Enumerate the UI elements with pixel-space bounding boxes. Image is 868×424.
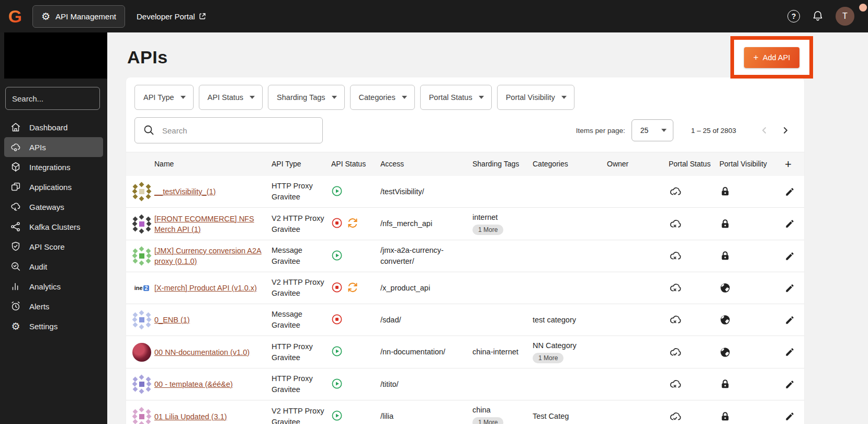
portal-visibility-cell [719, 186, 785, 197]
sidebar-item-label: Audit [29, 262, 47, 271]
edit-api-button[interactable] [785, 411, 798, 421]
user-avatar[interactable]: T [836, 7, 854, 26]
started-status-icon [331, 378, 343, 391]
sidebar-item-apis[interactable]: APIs [4, 137, 103, 157]
add-api-button[interactable]: + Add API [744, 47, 799, 68]
pencil-icon [785, 219, 795, 229]
categories-cell: Test Categ [533, 411, 607, 421]
api-name-link[interactable]: 00 - templatea (&éé&e) [154, 380, 238, 388]
sidebar-item-analytics[interactable]: Analytics [4, 276, 103, 296]
filter-api-status[interactable]: API Status [199, 85, 263, 110]
edit-api-button[interactable] [785, 219, 798, 229]
app-switcher-button[interactable]: ⚙ API Management [32, 5, 125, 28]
api-status-cell [331, 314, 380, 327]
developer-portal-link[interactable]: Developer Portal [137, 12, 206, 21]
api-name-link[interactable]: 00 NN-documentation (v1.0) [154, 348, 255, 356]
alarm-clock-icon [10, 300, 21, 312]
chevron-down-icon [661, 129, 667, 132]
edit-api-button[interactable] [785, 251, 798, 261]
api-avatar [132, 247, 151, 265]
table-row: ine2 [X-merch] Product API (v1.0.x) V2 H… [126, 272, 804, 304]
started-status-icon [331, 185, 343, 198]
api-name-link[interactable]: [FRONT ECOMMERCE] NFS Merch API (1) [154, 215, 254, 233]
edit-api-button[interactable] [785, 283, 798, 293]
access-path: /testVisibility/ [380, 186, 472, 197]
globe-icon [719, 282, 785, 294]
shield-check-icon [10, 241, 21, 252]
filter-sharding-tags[interactable]: Sharding Tags [268, 85, 344, 110]
help-button[interactable]: ? [787, 10, 800, 23]
sidebar-item-settings[interactable]: ⚙ Settings [4, 316, 103, 336]
edit-api-button[interactable] [785, 347, 798, 357]
table-row: [FRONT ECOMMERCE] NFS Merch API (1) V2 H… [126, 207, 804, 240]
access-path: /nn-documentation/ [380, 347, 472, 358]
sidebar-item-dashboard[interactable]: Dashboard [4, 117, 103, 137]
api-avatar [132, 215, 151, 233]
cloud-check-icon [669, 185, 719, 198]
sidebar-item-api-score[interactable]: API Score [4, 237, 103, 256]
lock-icon [719, 250, 785, 262]
filter-api-type[interactable]: API Type [134, 85, 194, 110]
edit-api-button[interactable] [785, 380, 798, 389]
lock-icon [719, 411, 785, 422]
applications-icon [10, 181, 21, 193]
api-type-cell: V2 HTTP ProxyGravitee [272, 277, 331, 299]
access-path: /x_product_api [380, 283, 472, 294]
portal-visibility-cell [719, 218, 785, 230]
pencil-icon [785, 411, 795, 421]
add-api-label: Add API [763, 53, 790, 62]
table-row: 0_ENB (1) MessageGravitee /sdad/ test ca… [126, 304, 804, 336]
next-page-button[interactable] [775, 120, 796, 141]
api-name-link[interactable]: [JMX] Currency conversion A2A proxy (0.1… [154, 247, 262, 265]
api-status-cell [331, 217, 380, 231]
items-per-page-value: 25 [640, 126, 649, 135]
cloud-x-icon [669, 281, 719, 295]
items-per-page-select[interactable]: 25 [632, 119, 673, 141]
edit-api-button[interactable] [785, 187, 798, 197]
sidebar-search-input[interactable] [12, 94, 116, 103]
sidebar-item-gateways[interactable]: Gateways [4, 197, 103, 217]
sidebar-item-applications[interactable]: Applications [4, 177, 103, 197]
sidebar-item-label: Alerts [29, 302, 49, 311]
api-name-link[interactable]: 0_ENB (1) [154, 316, 195, 324]
sidebar-item-kafka-clusters[interactable]: Kafka Clusters [4, 217, 103, 237]
table-search[interactable] [134, 117, 323, 143]
sharding-more-chip: 1 More [472, 225, 503, 235]
sidebar-item-label: Settings [29, 322, 58, 331]
sidebar-search[interactable] [5, 87, 100, 110]
filter-portal-status[interactable]: Portal Status [420, 85, 492, 110]
sidebar-item-alerts[interactable]: Alerts [4, 296, 103, 316]
api-type-cell: V2 HTTP ProxyGravitee [272, 213, 331, 235]
sidebar-item-integrations[interactable]: Integrations [4, 157, 103, 177]
chevron-down-icon [561, 96, 567, 99]
avatar-initial: T [842, 12, 848, 21]
filter-categories[interactable]: Categories [350, 85, 415, 110]
pencil-icon [785, 251, 795, 261]
notifications-button[interactable] [811, 10, 824, 23]
table-search-input[interactable] [162, 126, 314, 135]
api-type-cell: V2 HTTP ProxyGravitee [272, 406, 331, 424]
filter-label: Portal Status [429, 93, 472, 102]
previous-page-button[interactable] [754, 120, 775, 141]
access-path: /titito/ [380, 379, 472, 390]
bar-chart-icon [10, 281, 21, 292]
api-type-cell: MessageGravitee [272, 309, 331, 331]
edit-api-button[interactable] [785, 315, 798, 325]
api-status-cell [331, 410, 380, 423]
search-check-icon [10, 261, 21, 272]
sidebar-item-label: Integrations [29, 163, 70, 172]
access-path: /lilia [380, 411, 472, 422]
add-column-button[interactable]: + [785, 160, 798, 169]
access-path: /jmx-a2a-currency-converter/ [380, 245, 472, 267]
sharding-more-chip: 1 More [472, 417, 503, 424]
api-name-link[interactable]: 01 Lilia Updated (3.1) [154, 412, 232, 421]
api-name-link[interactable]: __testVisibility_(1) [154, 187, 221, 196]
api-avatar: ine2 [132, 278, 151, 297]
portal-status-cell [669, 377, 719, 391]
filter-portal-visibility[interactable]: Portal Visibility [497, 85, 574, 110]
gravitee-logo[interactable]: G [4, 6, 26, 27]
column-header-owner: Owner [607, 160, 669, 169]
sidebar-item-audit[interactable]: Audit [4, 256, 103, 276]
api-name-link[interactable]: [X-merch] Product API (v1.0.x) [154, 284, 262, 292]
api-type-cell: HTTP ProxyGravitee [272, 181, 331, 203]
